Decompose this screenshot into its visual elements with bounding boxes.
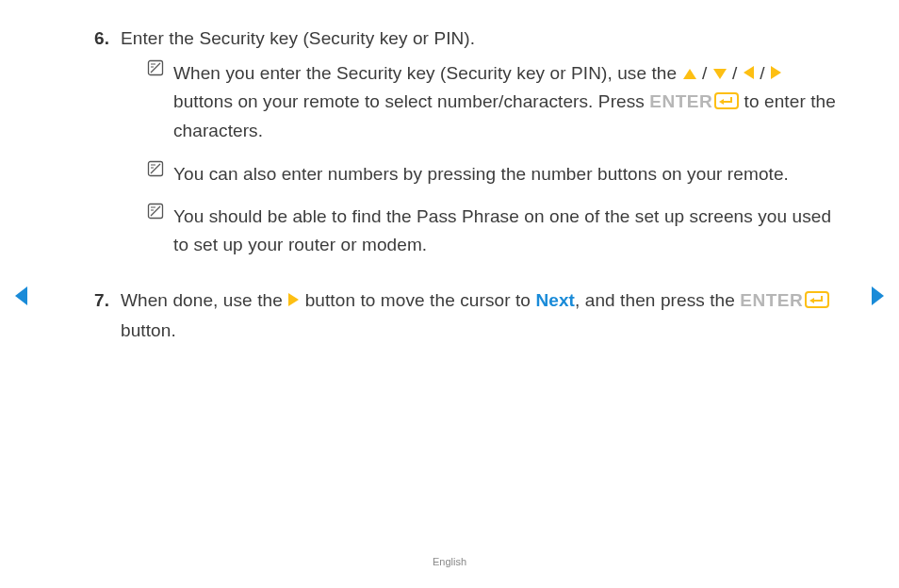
left-arrow-icon [743,65,755,80]
prev-page-arrow[interactable] [13,285,30,311]
note-text: When you enter the Security key (Securit… [173,59,844,144]
step-text: Enter the Security key (Security key or … [121,24,844,52]
svg-marker-5 [683,69,696,79]
enter-icon [805,288,829,316]
enter-label: ENTER [740,290,803,310]
note-text: You should be able to find the Pass Phra… [173,203,844,258]
svg-marker-7 [744,66,754,79]
manual-page-content: 6. Enter the Security key (Security key … [94,24,844,357]
enter-label: ENTER [649,91,712,111]
step-number: 6. [94,24,121,273]
right-arrow-icon [770,65,782,80]
step-number: 7. [94,286,121,344]
svg-marker-10 [719,99,724,105]
enter-icon [714,90,739,117]
right-arrow-icon [287,292,300,307]
svg-marker-0 [15,286,27,305]
up-arrow-icon [682,68,697,80]
svg-marker-19 [809,298,814,303]
svg-marker-1 [872,286,884,305]
step-7: 7. When done, use the button to move the… [94,286,844,344]
note-icon [147,59,173,144]
step-text: When done, use the button to move the cu… [121,286,844,344]
note-item: You should be able to find the Pass Phra… [147,203,844,258]
svg-marker-17 [288,293,299,306]
next-label: Next [535,290,575,310]
note-item: You can also enter numbers by pressing t… [147,160,844,188]
svg-marker-8 [771,66,781,79]
down-arrow-icon [712,68,727,80]
note-text: You can also enter numbers by pressing t… [173,160,844,188]
next-page-arrow[interactable] [869,285,886,311]
svg-marker-6 [713,69,727,79]
page-language-footer: English [0,556,899,567]
note-icon [147,203,173,258]
step-6: 6. Enter the Security key (Security key … [94,24,844,273]
note-icon [147,160,173,188]
note-item: When you enter the Security key (Securit… [147,59,844,144]
